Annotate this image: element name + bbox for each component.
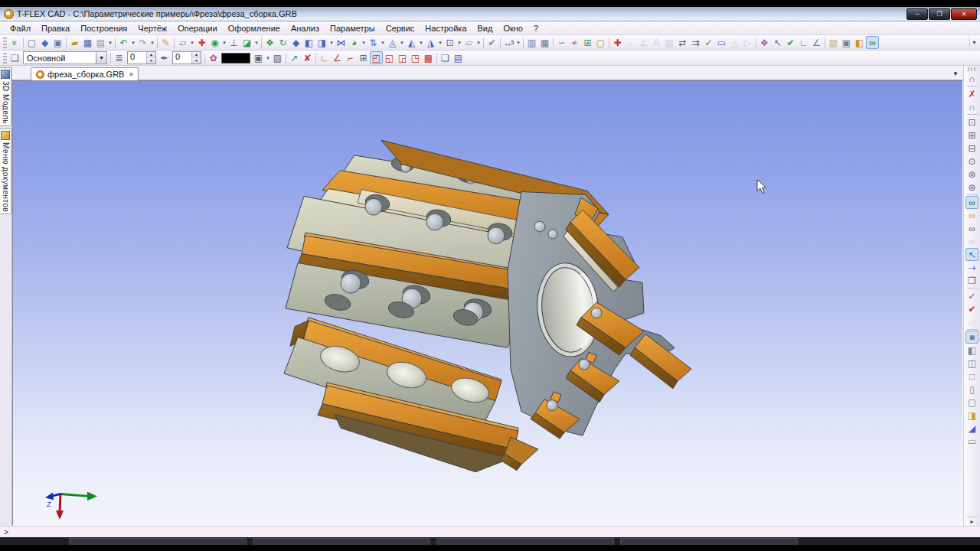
- extrusion2-button[interactable]: ◨: [315, 36, 328, 49]
- array-button-dropdown[interactable]: ▾: [380, 36, 386, 49]
- sheet-metal-button-dropdown[interactable]: ▾: [475, 36, 482, 49]
- copy-view-button[interactable]: ❐: [965, 274, 978, 287]
- menu-правка[interactable]: Правка: [36, 23, 75, 34]
- profile-button[interactable]: ◉: [208, 36, 221, 49]
- wireframe-thin-mode-button[interactable]: ▯: [965, 383, 978, 396]
- shaded-edges-mode-button[interactable]: ◧: [965, 344, 978, 357]
- page-manager-button[interactable]: ▤: [452, 51, 465, 64]
- element-filter-button[interactable]: ⇢: [965, 261, 978, 274]
- blend-button-dropdown[interactable]: ▾: [437, 36, 443, 49]
- select-mode-button[interactable]: ◰: [370, 51, 383, 64]
- construction-angle-button[interactable]: ⌐: [344, 51, 357, 64]
- undo-button-dropdown[interactable]: ▾: [130, 36, 136, 49]
- hidden-lines-mode-button[interactable]: ◫: [965, 357, 978, 370]
- restore-button[interactable]: ❐: [929, 8, 950, 20]
- print-button-dropdown[interactable]: ▾: [107, 36, 113, 49]
- new-document-button[interactable]: ▢: [25, 36, 38, 49]
- layers-button[interactable]: ≣: [113, 51, 126, 64]
- section-button[interactable]: ◪: [240, 36, 253, 49]
- color-select-button[interactable]: ▣: [252, 51, 265, 64]
- new-from-prototype-button[interactable]: ▣: [51, 36, 64, 49]
- extrusion-button[interactable]: ◧: [302, 36, 315, 49]
- sweep-button-dropdown[interactable]: ▾: [361, 36, 367, 49]
- hole-button-dropdown[interactable]: ▾: [456, 36, 462, 49]
- menu-чертёж[interactable]: Чертёж: [132, 23, 172, 34]
- sheet-metal-button[interactable]: ▱: [462, 36, 475, 49]
- construction-node-button[interactable]: ✚: [195, 36, 208, 49]
- select-box-button[interactable]: ◱: [383, 51, 396, 64]
- assembly-button[interactable]: ⊞: [581, 36, 594, 49]
- taskbar-button[interactable]: [436, 538, 614, 545]
- hide-construction-button[interactable]: ✘: [301, 51, 314, 64]
- new-3d-document-button[interactable]: ◆: [38, 36, 51, 49]
- tab-close-icon[interactable]: ×: [129, 70, 133, 79]
- show-construction-button[interactable]: ↗: [288, 51, 301, 64]
- materials-button[interactable]: ▤: [827, 36, 840, 49]
- menu-параметры[interactable]: Параметры: [325, 23, 381, 34]
- new-page-button[interactable]: ❏: [439, 51, 452, 64]
- node-3d-button[interactable]: ✚: [611, 36, 624, 49]
- workplane-button[interactable]: ▱: [176, 36, 189, 49]
- layer-spin[interactable]: 0▲▼: [127, 51, 156, 64]
- title-bar[interactable]: T-FLEX CAD - C:\Параметрические примеры\…: [0, 7, 980, 21]
- regenerate-button[interactable]: ✓: [965, 289, 978, 302]
- shaded-mode-button[interactable]: ■: [965, 331, 978, 344]
- check-model-button[interactable]: ✔: [784, 36, 797, 49]
- zoom-previous-button[interactable]: ⊛: [965, 181, 978, 194]
- section-button-dropdown[interactable]: ▾: [253, 36, 260, 49]
- combo-dropdown-icon[interactable]: ▾: [96, 52, 106, 64]
- workplane-display-button[interactable]: ◨: [965, 409, 978, 422]
- 3d-viewport[interactable]: Z: [12, 80, 963, 526]
- push-button[interactable]: ◬: [386, 36, 399, 49]
- detach-fragment-button[interactable]: ≁: [568, 36, 581, 49]
- zoom-all-button[interactable]: ⊞: [965, 129, 978, 142]
- attach-fragment-button[interactable]: ∽: [555, 36, 568, 49]
- select-lasso-button[interactable]: ◲: [396, 51, 409, 64]
- tflex-home-button[interactable]: »: [8, 36, 21, 49]
- save-button[interactable]: ▦: [81, 36, 94, 49]
- document-tab[interactable]: фреза_сборка.GRB ×: [31, 67, 139, 80]
- angle-measure-button[interactable]: ∠: [810, 36, 823, 49]
- menu-сервис[interactable]: Сервис: [381, 23, 420, 34]
- show-dimensions-button[interactable]: ∞: [965, 209, 978, 222]
- push-button-dropdown[interactable]: ▾: [399, 36, 405, 49]
- array-button[interactable]: ⇅: [367, 36, 380, 49]
- menu-построения[interactable]: Построения: [75, 23, 132, 34]
- measure-button[interactable]: ↔5: [502, 36, 515, 49]
- profile-button-dropdown[interactable]: ▾: [221, 36, 227, 49]
- palette-button[interactable]: ▨: [271, 51, 284, 64]
- document-check-button[interactable]: ▥: [525, 36, 538, 49]
- zoom-selected-button[interactable]: ⊚: [965, 168, 978, 181]
- autosnap-off-button[interactable]: ∩: [965, 72, 978, 85]
- zoom-page-button[interactable]: ⊙: [965, 155, 978, 168]
- display-options-button[interactable]: ∞: [866, 36, 879, 49]
- grid-button[interactable]: ⊞: [357, 51, 370, 64]
- taskbar-button[interactable]: [620, 538, 798, 545]
- toolbar-overflow-button[interactable]: ▸: [966, 517, 978, 525]
- taskbar-button[interactable]: [69, 538, 247, 545]
- print-button[interactable]: ▤: [94, 36, 107, 49]
- zoom-window-button[interactable]: ⊡: [965, 116, 978, 129]
- taskbar-button[interactable]: [253, 538, 430, 545]
- minimize-button[interactable]: ─: [906, 8, 928, 20]
- menu-анализ[interactable]: Анализ: [286, 23, 325, 34]
- toolbar-overflow-button[interactable]: ▾: [969, 37, 978, 49]
- snap-on-button[interactable]: ∩: [965, 100, 978, 113]
- body-button[interactable]: ❖: [263, 36, 276, 49]
- coordinate-system-button[interactable]: ⊥: [227, 36, 240, 49]
- spin-buttons[interactable]: ▲▼: [146, 52, 155, 64]
- select-elements-button[interactable]: ↖: [965, 248, 978, 261]
- color-select-button-dropdown[interactable]: ▾: [265, 51, 271, 64]
- sheet-display-button[interactable]: ▭: [965, 435, 978, 448]
- menu-оформление[interactable]: Оформление: [223, 23, 286, 34]
- dim-text-button[interactable]: A: [650, 36, 663, 49]
- rotate-body-button[interactable]: ↻: [276, 36, 289, 49]
- menu-файл[interactable]: Файл: [5, 23, 36, 34]
- menu-операции[interactable]: Операции: [172, 23, 222, 34]
- workplane-view-button[interactable]: ▱: [965, 315, 978, 328]
- show-elements-button[interactable]: ∞: [965, 196, 978, 209]
- redo-button[interactable]: ↷: [136, 36, 149, 49]
- zoom-sheet-button[interactable]: ⊟: [965, 142, 978, 155]
- menu-окно[interactable]: Окно: [498, 23, 528, 34]
- dim-leader-button[interactable]: ▷: [741, 36, 754, 49]
